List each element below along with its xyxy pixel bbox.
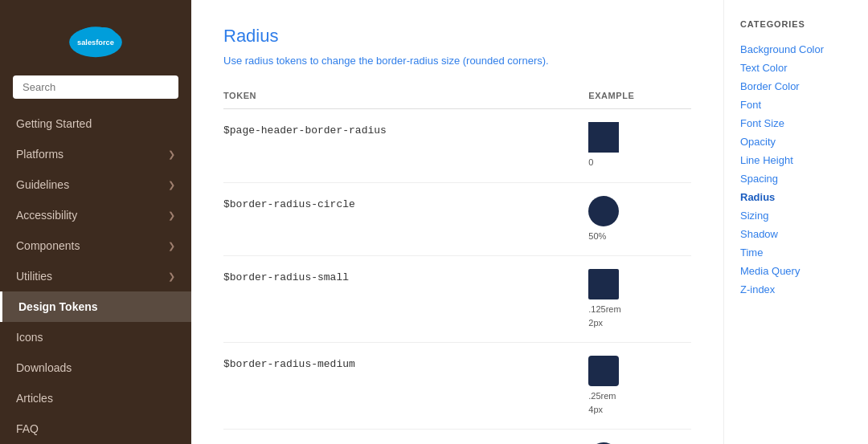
sidebar-nav: Getting Started Platforms ❯ Guidelines ❯… bbox=[0, 108, 191, 444]
category-opacity[interactable]: Opacity bbox=[740, 132, 852, 151]
example-label: 50% bbox=[588, 230, 606, 243]
sidebar-item-getting-started[interactable]: Getting Started bbox=[0, 108, 191, 139]
main-content: Radius Use radius tokens to change the b… bbox=[191, 0, 723, 444]
search-container[interactable] bbox=[13, 75, 178, 99]
sidebar-item-utilities[interactable]: Utilities ❯ bbox=[0, 261, 191, 291]
example-cell: .25rem 4px bbox=[588, 356, 691, 416]
token-name: $page-header-border-radius bbox=[223, 124, 387, 136]
sidebar-item-label: Downloads bbox=[16, 361, 72, 374]
category-font[interactable]: Font bbox=[740, 96, 852, 114]
sidebar-item-label: Platforms bbox=[16, 148, 63, 161]
token-name: $border-radius-circle bbox=[223, 198, 355, 210]
example-label-rem: .125rem bbox=[588, 303, 620, 316]
sidebar-item-label: Guidelines bbox=[16, 178, 69, 191]
table-row: $page-header-border-radius 0 bbox=[223, 109, 691, 183]
example-label-px: 2px bbox=[588, 316, 603, 330]
col-header-example: EXAMPLE bbox=[588, 86, 691, 109]
category-radius[interactable]: Radius bbox=[740, 188, 852, 206]
col-header-token: TOKEN bbox=[223, 86, 588, 109]
sidebar-item-platforms[interactable]: Platforms ❯ bbox=[0, 139, 191, 169]
page-title: Radius bbox=[223, 26, 691, 47]
chevron-right-icon: ❯ bbox=[168, 180, 175, 190]
table-row: $border-radius-pill 15rem 240px bbox=[223, 430, 691, 445]
sidebar-item-guidelines[interactable]: Guidelines ❯ bbox=[0, 169, 191, 200]
category-sizing[interactable]: Sizing bbox=[740, 206, 852, 225]
sidebar: salesforce Getting Started Platforms ❯ G… bbox=[0, 0, 191, 444]
category-shadow[interactable]: Shadow bbox=[740, 225, 852, 243]
category-background-color[interactable]: Background Color bbox=[740, 40, 852, 59]
token-table: TOKEN EXAMPLE $page-header-border-radius… bbox=[223, 86, 691, 444]
sidebar-item-label: Icons bbox=[16, 331, 43, 344]
sidebar-item-faq[interactable]: FAQ bbox=[0, 413, 191, 444]
categories-panel: CATEGORIES Background Color Text Color B… bbox=[723, 0, 868, 444]
category-z-index[interactable]: Z-index bbox=[740, 280, 852, 299]
example-label-px: 4px bbox=[588, 403, 603, 417]
token-name: $border-radius-small bbox=[223, 271, 349, 283]
category-text-color[interactable]: Text Color bbox=[740, 59, 852, 77]
category-spacing[interactable]: Spacing bbox=[740, 169, 852, 188]
page-subtitle: Use radius tokens to change the border-r… bbox=[223, 55, 691, 67]
chevron-right-icon: ❯ bbox=[168, 241, 175, 251]
sidebar-item-label: Getting Started bbox=[16, 117, 92, 130]
radius-small-shape bbox=[588, 269, 619, 299]
radius-medium-shape bbox=[588, 356, 619, 386]
logo-container: salesforce bbox=[0, 0, 191, 75]
chevron-right-icon: ❯ bbox=[168, 149, 175, 160]
category-font-size[interactable]: Font Size bbox=[740, 114, 852, 132]
radius-box-shape bbox=[588, 122, 619, 153]
chevron-right-icon: ❯ bbox=[168, 210, 175, 221]
token-name: $border-radius-medium bbox=[223, 358, 355, 370]
chevron-right-icon: ❯ bbox=[168, 271, 175, 282]
example-cell: 0 bbox=[588, 122, 691, 169]
categories-title: CATEGORIES bbox=[740, 19, 852, 29]
search-input[interactable] bbox=[13, 75, 178, 99]
sidebar-item-articles[interactable]: Articles bbox=[0, 383, 191, 413]
app-window: salesforce Getting Started Platforms ❯ G… bbox=[0, 0, 868, 444]
table-row: $border-radius-small .125rem 2px bbox=[223, 256, 691, 343]
sidebar-item-design-tokens[interactable]: Design Tokens bbox=[0, 291, 191, 322]
sidebar-item-components[interactable]: Components ❯ bbox=[0, 230, 191, 261]
category-border-color[interactable]: Border Color bbox=[740, 77, 852, 96]
sidebar-item-label: Utilities bbox=[16, 270, 52, 283]
sidebar-item-label: Accessibility bbox=[16, 209, 77, 222]
radius-circle-shape bbox=[588, 196, 619, 226]
example-cell: .125rem 2px bbox=[588, 269, 691, 329]
sidebar-item-label: FAQ bbox=[16, 422, 39, 435]
example-label-rem: .25rem bbox=[588, 389, 616, 403]
example-cell: 50% bbox=[588, 196, 691, 243]
salesforce-logo: salesforce bbox=[67, 19, 125, 59]
sidebar-item-accessibility[interactable]: Accessibility ❯ bbox=[0, 200, 191, 230]
category-time[interactable]: Time bbox=[740, 243, 852, 262]
table-row: $border-radius-medium .25rem 4px bbox=[223, 343, 691, 430]
svg-text:salesforce: salesforce bbox=[77, 39, 114, 47]
table-row: $border-radius-circle 50% bbox=[223, 182, 691, 256]
sidebar-item-downloads[interactable]: Downloads bbox=[0, 352, 191, 383]
sidebar-item-label: Components bbox=[16, 239, 80, 252]
sidebar-item-label: Design Tokens bbox=[18, 300, 98, 313]
category-line-height[interactable]: Line Height bbox=[740, 151, 852, 169]
category-media-query[interactable]: Media Query bbox=[740, 262, 852, 280]
example-label: 0 bbox=[588, 156, 593, 169]
sidebar-item-label: Articles bbox=[16, 392, 53, 405]
sidebar-item-icons[interactable]: Icons bbox=[0, 322, 191, 352]
